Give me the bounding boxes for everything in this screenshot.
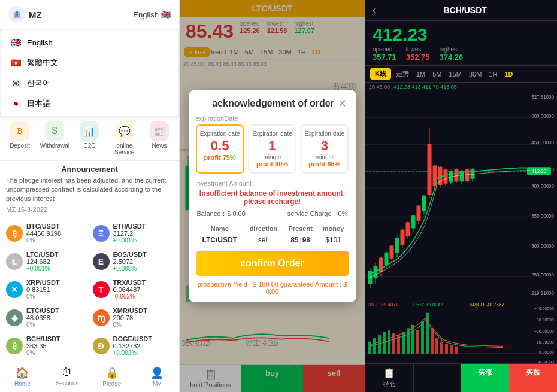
modal-header: acknowledgement of order ✕ (189, 90, 356, 115)
xmr-icon: ɱ (93, 309, 110, 326)
right-hold-positions[interactable]: 📋 持仓 (365, 364, 413, 392)
svg-rect-79 (390, 246, 393, 258)
nav-pledge[interactable]: 🔒 Pledge (90, 364, 135, 390)
nav-my[interactable]: 👤 My (134, 364, 179, 390)
coin-etc[interactable]: ◆ ETC/USDT 48.0358 0% (4, 304, 89, 331)
svg-rect-127 (402, 332, 405, 354)
balance-row: Balance：$ 0.00 service Charge：0% (196, 209, 349, 218)
expiry-3min[interactable]: Expiration date 3 minute profit 85% (300, 124, 349, 174)
coin-xrp[interactable]: ✕ XRP/USDT 0.83151 0% (4, 276, 89, 303)
expiry-3-time: 3 (304, 138, 345, 154)
coin-eos[interactable]: E EOS/USDT 2.5072 +0.008% (90, 248, 176, 275)
right-tab-5m[interactable]: 5M (430, 68, 444, 80)
expiry-1min[interactable]: Expiration date 1 minute profit 80% (248, 124, 296, 174)
svg-text:527.51000: 527.51000 (531, 94, 554, 101)
order-row: LTC/USDT sell 85↑98 $101 (196, 234, 349, 246)
lang-english-label: English (27, 38, 53, 47)
coin-xmr[interactable]: ɱ XMR/USDT 200.78 0% (90, 304, 176, 331)
withdrawal-icon: $ (45, 121, 64, 141)
svg-rect-121 (373, 338, 376, 354)
btc-change: 0% (26, 237, 61, 244)
coin-btc[interactable]: ₿ BTC/USDT 44460.9198 0% (4, 220, 89, 247)
expiry-0.5-profit: profit 75% (199, 154, 241, 161)
modal-close-button[interactable]: ✕ (338, 97, 347, 110)
svg-text:450.00000: 450.00000 (531, 139, 554, 146)
svg-text:+10.00000: +10.00000 (534, 339, 554, 345)
doge-price: 0.132782 (113, 342, 152, 350)
svg-rect-137 (450, 345, 453, 354)
coin-ltc[interactable]: Ł LTC/USDT 124.682 +0.001% (4, 248, 89, 275)
right-sell-button[interactable]: 买跌 (509, 364, 557, 392)
withdrawal-label: Withdrawal (40, 142, 69, 149)
modal-overlay[interactable]: acknowledgement of order ✕ expirationDat… (180, 0, 365, 392)
svg-rect-134 (435, 338, 438, 354)
right-main-price: 412.23 (373, 25, 550, 45)
right-kline-btn[interactable]: K线 (370, 68, 391, 80)
announcement-date: MZ 16-3-2022 (6, 206, 173, 213)
svg-text:300.00000: 300.00000 (531, 243, 554, 250)
divider (413, 364, 414, 392)
right-tab-1d[interactable]: 1D (502, 68, 515, 80)
right-tab-1m[interactable]: 1M (414, 68, 428, 80)
confirm-order-button[interactable]: confirm Order (196, 251, 349, 276)
expiry-0.5-time: 0.5 (199, 138, 241, 154)
svg-rect-128 (407, 328, 410, 353)
right-opened-stat: opened 357.71 (373, 46, 396, 62)
right-chart-svg: 527.51000 500.00000 450.00000 412.23 400… (365, 91, 557, 363)
nav-home[interactable]: 🏠 Home (0, 364, 45, 390)
coin-bch[interactable]: ₿ BCH/USDT 363.35 0% (4, 332, 89, 359)
coin-eth[interactable]: Ξ ETH/USDT 3127.2 +0.001% (90, 220, 176, 247)
right-lowest-label: lowest (406, 46, 430, 53)
investment-label: investment Amount (196, 180, 349, 187)
eth-info: ETH/USDT 3127.2 +0.001% (113, 223, 146, 244)
deposit-action[interactable]: ₿ Deposit (4, 121, 36, 156)
service-charge: service Charge：0% (287, 209, 348, 218)
col-present: Present (283, 223, 318, 234)
order-table: Name direction Present money LTC/USDT se… (196, 223, 349, 246)
language-selector[interactable]: English 🇬🇧 (133, 10, 171, 19)
svg-rect-93 (428, 144, 431, 195)
svg-text:MACD: 40.7657: MACD: 40.7657 (470, 301, 504, 308)
svg-rect-133 (431, 328, 434, 353)
logo-text: MZ (29, 10, 42, 20)
svg-text:+40.00000: +40.00000 (534, 306, 554, 311)
right-tab-15m[interactable]: 15M (447, 68, 464, 80)
svg-rect-81 (395, 238, 399, 253)
col-money: money (318, 223, 349, 234)
etc-icon: ◆ (6, 309, 23, 326)
coin-list: ₿ BTC/USDT 44460.9198 0% Ξ ETH/USDT 3127… (0, 217, 179, 361)
right-chart-area: 20:46:00 412.23 413 411.79 413.05 527.51… (365, 83, 557, 363)
bottom-nav: 🏠 Home ⏱ Seconds 🔒 Pledge 👤 My (0, 361, 179, 392)
withdrawal-action[interactable]: $ Withdrawal (38, 121, 71, 156)
coin-trx[interactable]: T TRX/USDT 0.064487 -0.062% (90, 276, 176, 303)
svg-rect-87 (411, 216, 415, 228)
back-button[interactable]: ‹ (373, 5, 376, 16)
eos-price: 2.5072 (113, 258, 147, 265)
right-opened-val: 357.71 (373, 53, 396, 62)
right-buy-button[interactable]: 买涨 (461, 364, 509, 392)
lang-korean[interactable]: 🇰🇷 한국어 (1, 73, 178, 93)
online-service-action[interactable]: 💬 online Service (108, 121, 141, 156)
nav-seconds[interactable]: ⏱ Seconds (45, 364, 90, 390)
order-money: $101 (318, 234, 349, 246)
ltc-pair: LTC/USDT (26, 251, 59, 258)
eos-info: EOS/USDT 2.5072 +0.008% (113, 251, 147, 272)
lang-chinese[interactable]: 🇭🇰 繁體中文 (1, 53, 178, 73)
svg-text:350.00000: 350.00000 (531, 213, 554, 220)
c2c-action[interactable]: 📊 C2C (73, 121, 105, 156)
deposit-icon: ₿ (10, 121, 29, 141)
lang-japanese-label: 日本語 (27, 98, 50, 109)
ltc-change: +0.001% (26, 265, 59, 272)
eth-change: +0.001% (113, 237, 146, 244)
eos-change: +0.008% (113, 265, 147, 272)
lang-english[interactable]: 🇬🇧 English (1, 32, 178, 53)
coin-doge[interactable]: Ð DOGE/USDT 0.132782 +0.002% (90, 332, 176, 359)
news-action[interactable]: 📰 News (143, 121, 175, 156)
svg-text:DEA: 19.0242: DEA: 19.0242 (413, 301, 443, 308)
right-tab-30m[interactable]: 30M (467, 68, 484, 80)
expiry-0.5min[interactable]: Expiration date 0.5 profit 75% (196, 124, 244, 174)
app-logo: 🏦 MZ (8, 6, 42, 23)
right-tab-1h[interactable]: 1H (486, 68, 500, 80)
lang-japanese[interactable]: 🇯🇵 日本語 (1, 93, 178, 114)
right-hold-icon: 📋 (383, 367, 395, 379)
